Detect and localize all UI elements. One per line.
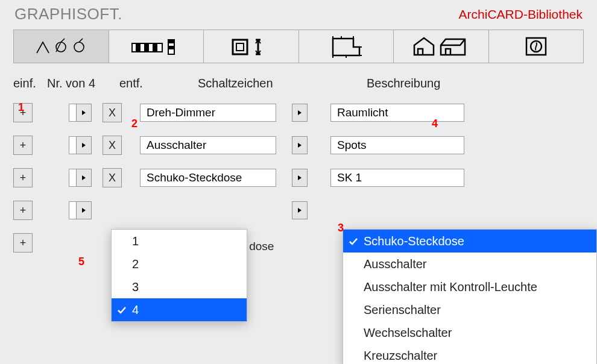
check-icon — [116, 303, 127, 313]
menu-item[interactable]: 4 — [112, 298, 247, 321]
svg-rect-5 — [153, 43, 157, 52]
menu-item[interactable]: 2 — [112, 253, 247, 275]
svg-rect-3 — [136, 43, 141, 52]
header: GRAPHISOFT. ArchiCARD-Bibliothek — [0, 0, 597, 26]
menu-item[interactable]: Wechselschalter — [343, 321, 596, 344]
nr-dropdown-button[interactable] — [76, 136, 92, 154]
nr-dropdown-menu: 1 2 3 4 — [111, 229, 247, 322]
remove-button[interactable]: X — [103, 136, 122, 155]
menu-item[interactable]: Schuko-Steckdose — [343, 230, 596, 253]
menu-item[interactable]: Ausschalter — [343, 253, 596, 275]
beschreibung-field[interactable] — [330, 169, 464, 187]
type-dropdown-button[interactable] — [292, 201, 308, 219]
beschreibung-field[interactable] — [330, 104, 464, 122]
tool-strip — [13, 30, 584, 63]
svg-rect-7 — [168, 40, 174, 43]
tool-section[interactable] — [204, 30, 299, 63]
schaltzeichen-field[interactable] — [140, 169, 276, 187]
add-button[interactable]: + — [13, 103, 33, 122]
add-button[interactable]: + — [13, 201, 33, 220]
logo: GRAPHISOFT. — [14, 5, 122, 24]
menu-item[interactable]: 1 — [112, 230, 247, 253]
column-headers: einf. Nr. von 4 entf. Schaltzeichen Besc… — [0, 63, 597, 96]
remove-button[interactable]: X — [103, 168, 122, 187]
menu-item[interactable]: Kreuzschalter — [343, 344, 596, 364]
svg-point-0 — [56, 42, 66, 52]
type-dropdown-button[interactable] — [292, 104, 308, 122]
schaltzeichen-field[interactable] — [140, 104, 276, 122]
table-row: + X — [13, 129, 597, 162]
svg-rect-10 — [236, 43, 244, 51]
tool-buildings[interactable] — [394, 30, 489, 63]
schaltzeichen-field[interactable] — [140, 136, 276, 154]
beschreibung-field[interactable] — [330, 136, 464, 154]
remove-button[interactable]: X — [103, 103, 122, 122]
col-einf: einf. — [13, 77, 47, 90]
table-row: + X — [13, 162, 597, 194]
svg-rect-4 — [144, 43, 149, 52]
add-button[interactable]: + — [13, 168, 33, 187]
col-nrvon: Nr. von 4 — [47, 77, 119, 90]
add-button[interactable]: + — [13, 136, 33, 155]
col-beschreibung: Beschreibung — [361, 77, 511, 90]
library-name: ArchiCARD-Bibliothek — [459, 7, 583, 22]
type-dropdown-menu: Schuko-Steckdose Ausschalter Ausschalter… — [343, 229, 597, 364]
type-dropdown-button[interactable] — [292, 169, 308, 187]
menu-item[interactable]: Serienschalter — [343, 298, 596, 321]
type-dropdown-button[interactable] — [292, 136, 308, 154]
menu-item[interactable]: 3 — [112, 275, 247, 298]
nr-dropdown-button[interactable] — [76, 104, 92, 122]
table-row: + X — [13, 96, 597, 129]
menu-item[interactable]: Ausschalter mit Kontroll-Leuchte — [343, 275, 596, 298]
tool-floorplan[interactable] — [299, 30, 394, 63]
table-row: + — [13, 194, 597, 227]
tool-electrical[interactable] — [14, 30, 109, 63]
svg-rect-9 — [233, 40, 247, 54]
svg-point-1 — [74, 42, 84, 52]
tool-ruler[interactable] — [109, 30, 204, 63]
tool-symbol[interactable] — [489, 30, 584, 63]
check-icon — [348, 234, 359, 245]
add-button[interactable]: + — [13, 233, 33, 253]
nr-dropdown-button[interactable] — [76, 169, 92, 187]
nr-dropdown-button[interactable] — [76, 201, 92, 219]
col-schaltzeichen: Schaltzeichen — [174, 77, 361, 90]
svg-rect-8 — [168, 46, 174, 49]
col-entf: entf. — [119, 77, 174, 90]
